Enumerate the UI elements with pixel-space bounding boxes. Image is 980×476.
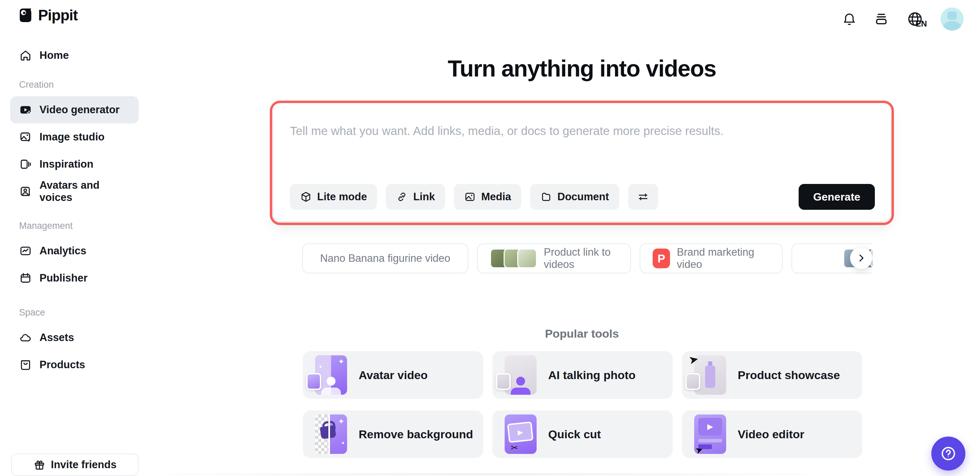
carousel-next-button[interactable] (850, 247, 872, 269)
tool-label: Remove background (359, 428, 473, 441)
sidebar: Home Creation Video generator Image stud… (0, 41, 149, 382)
tool-label: Quick cut (548, 428, 601, 441)
app-logo[interactable]: Pippit (18, 7, 78, 24)
tool-card-remove-background[interactable]: ✦ ✦ Remove background (303, 410, 483, 458)
section-label-creation: Creation (19, 79, 139, 90)
avatars-voices-icon (19, 185, 32, 198)
sidebar-item-video-generator[interactable]: Video generator (10, 96, 139, 124)
sidebar-item-label: Home (40, 49, 69, 62)
link-label: Link (413, 191, 435, 203)
invite-friends-label: Invite friends (51, 459, 117, 471)
suggestion-chip-nano-banana[interactable]: Nano Banana figurine video (302, 243, 468, 273)
suggestion-thumbnails (490, 249, 537, 268)
suggestion-label: Nano Banana figurine video (320, 252, 450, 265)
suggestion-label: Brand marketing video (677, 246, 770, 271)
home-icon (19, 49, 32, 62)
language-code: EN (916, 19, 927, 29)
chevron-right-icon (856, 253, 866, 263)
inspiration-icon (19, 158, 32, 171)
products-icon (19, 359, 32, 371)
sidebar-item-label: Inspiration (40, 158, 93, 170)
lite-mode-button[interactable]: Lite mode (290, 184, 377, 210)
avatar-video-thumbnail: ✦ ✦ (315, 355, 347, 395)
tool-card-ai-talking-photo[interactable]: AI talking photo (492, 351, 673, 399)
sidebar-item-analytics[interactable]: Analytics (10, 237, 139, 265)
bottom-shadow (102, 473, 878, 476)
popular-tools-grid: ✦ ✦ Avatar video AI talking photo (303, 351, 862, 458)
avatar-silhouette (947, 11, 957, 20)
link-icon (396, 191, 408, 203)
sliders-icon (637, 191, 649, 203)
tool-card-product-showcase[interactable]: ➤ Product showcase (682, 351, 862, 399)
link-button[interactable]: Link (386, 184, 445, 210)
lite-mode-label: Lite mode (317, 191, 367, 203)
tool-card-avatar-video[interactable]: ✦ ✦ Avatar video (303, 351, 483, 399)
question-mark-icon (940, 445, 957, 462)
tool-card-quick-cut[interactable]: ▶ ✂ Quick cut (492, 410, 673, 458)
brand-name: Pippit (38, 7, 78, 24)
sidebar-item-assets[interactable]: Assets (10, 324, 139, 351)
sidebar-item-inspiration[interactable]: Inspiration (10, 151, 139, 178)
language-button[interactable]: EN (905, 10, 925, 28)
prompt-input[interactable]: Tell me what you want. Add links, media,… (290, 124, 874, 138)
section-label-management: Management (19, 221, 139, 231)
media-label: Media (481, 191, 511, 203)
document-button[interactable]: Document (530, 184, 619, 210)
media-icon (464, 191, 476, 203)
tool-label: AI talking photo (548, 368, 636, 382)
media-button[interactable]: Media (454, 184, 521, 210)
sidebar-item-label: Avatars and voices (40, 179, 130, 204)
remove-background-thumbnail: ✦ ✦ (315, 414, 347, 454)
sidebar-item-label: Video generator (40, 104, 119, 116)
sidebar-item-avatars-and-voices[interactable]: Avatars and voices (10, 178, 139, 205)
product-showcase-thumbnail: ➤ (694, 355, 726, 395)
document-icon (540, 191, 552, 203)
prompt-composer: Tell me what you want. Add links, media,… (274, 105, 890, 221)
sidebar-item-label: Publisher (40, 272, 88, 284)
sidebar-item-label: Image studio (40, 131, 105, 143)
sidebar-item-image-studio[interactable]: Image studio (10, 124, 139, 151)
sidebar-item-label: Assets (40, 332, 74, 344)
ai-talking-photo-thumbnail (504, 355, 537, 395)
assets-icon (19, 331, 32, 344)
section-label-space: Space (19, 307, 139, 318)
sidebar-item-publisher[interactable]: Publisher (10, 265, 139, 292)
tool-card-video-editor[interactable]: ▶ ➤ Video editor (682, 410, 862, 458)
suggestion-label: Product link to videos (544, 246, 618, 271)
popular-tools-title: Popular tools (274, 327, 890, 340)
suggestions-carousel: Nano Banana figurine video Product link … (302, 243, 872, 276)
p-badge-icon: P (653, 249, 670, 268)
image-studio-icon (19, 130, 32, 143)
sidebar-item-products[interactable]: Products (10, 351, 139, 378)
scissors-icon: ✂ (511, 443, 518, 453)
video-editor-thumbnail: ▶ ➤ (694, 414, 726, 454)
handbag-icon (320, 425, 337, 439)
pippit-logo-icon (18, 8, 33, 23)
composer-toolbar: Lite mode Link Media (290, 184, 658, 210)
advanced-settings-button[interactable] (628, 184, 658, 210)
generate-button[interactable]: Generate (799, 184, 875, 210)
main-content: Turn anything into videos Tell me what y… (274, 0, 890, 476)
quick-cut-thumbnail: ▶ ✂ (504, 414, 537, 454)
transform-arrow-icon: ➤ (687, 352, 700, 367)
suggestion-chip-brand-marketing[interactable]: P Brand marketing video (640, 243, 783, 273)
sidebar-item-label: Products (40, 359, 85, 371)
cube-icon (300, 191, 312, 203)
page-title: Turn anything into videos (274, 55, 890, 82)
analytics-icon (19, 244, 32, 257)
tool-label: Video editor (738, 428, 804, 441)
sidebar-item-label: Analytics (40, 245, 86, 257)
user-avatar[interactable] (940, 8, 964, 30)
gift-icon (33, 459, 46, 471)
sidebar-item-home[interactable]: Home (10, 44, 139, 67)
publisher-icon (19, 272, 32, 285)
document-label: Document (557, 191, 609, 203)
suggestion-chip-product-link[interactable]: Product link to videos (477, 243, 631, 273)
help-button[interactable] (931, 436, 966, 471)
video-generator-icon (19, 103, 32, 116)
tool-label: Product showcase (738, 368, 840, 382)
tool-label: Avatar video (359, 368, 428, 382)
